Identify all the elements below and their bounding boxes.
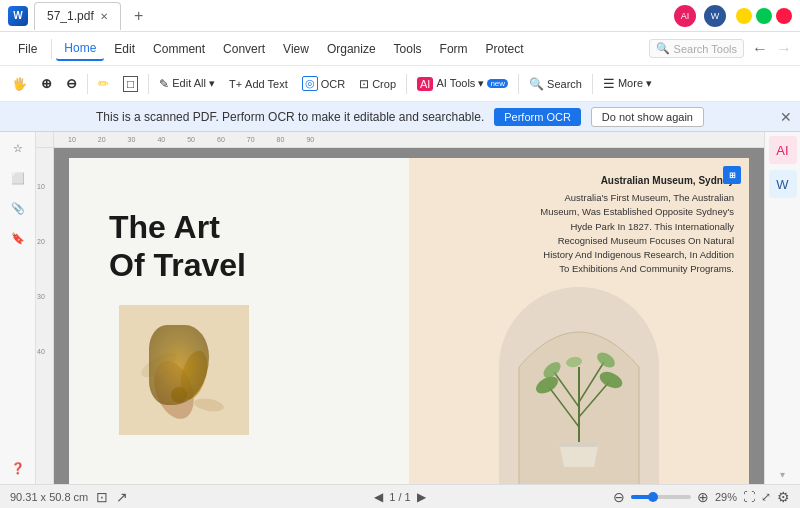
ruler-tick-60: 60 <box>217 136 225 143</box>
menu-file[interactable]: File <box>8 38 47 60</box>
ruler-tick-20: 20 <box>98 136 106 143</box>
ruler-tick-80: 80 <box>277 136 285 143</box>
zoom-percentage: 29% <box>715 491 737 503</box>
ruler-tick-50: 50 <box>187 136 195 143</box>
close-button[interactable] <box>776 8 792 24</box>
ruler-tick-10: 10 <box>68 136 76 143</box>
menu-comment[interactable]: Comment <box>145 38 213 60</box>
app-icon: W <box>8 6 28 26</box>
menu-home[interactable]: Home <box>56 37 104 61</box>
tab-filename: 57_1.pdf <box>47 9 94 23</box>
toolbar-div5 <box>592 74 593 94</box>
content-area: ☆ ⬜ 📎 🔖 ❓ 10 20 30 40 50 60 70 <box>0 132 800 484</box>
sidebar-bookmark-icon[interactable]: 🔖 <box>6 226 30 250</box>
toolbar-div1 <box>87 74 88 94</box>
arch-area <box>419 282 739 485</box>
zoom-in-status-icon[interactable]: ⊕ <box>697 489 709 505</box>
right-word-icon[interactable]: W <box>769 170 797 198</box>
ruler-top-row: 10 20 30 40 50 60 70 80 90 <box>36 132 764 148</box>
more-button[interactable]: ☰ More ▾ <box>597 71 658 97</box>
account-icon[interactable]: AI <box>674 5 696 27</box>
ocr-button[interactable]: ◎ OCR <box>296 71 351 97</box>
crop-label: Crop <box>372 78 396 90</box>
pdf-page: The Art Of Travel <box>69 158 749 484</box>
fit-page-icon[interactable]: ⊡ <box>96 489 108 505</box>
pdf-right-panel: ⊞ Australian Museum, Sydney Australia's … <box>409 158 749 484</box>
sidebar-nav-icon[interactable]: ⬜ <box>6 166 30 190</box>
next-page-icon[interactable]: ▶ <box>417 490 426 504</box>
more-label: More ▾ <box>618 77 652 90</box>
ai-tools-badge: new <box>487 79 508 88</box>
select-shape-button[interactable]: □ <box>117 71 144 97</box>
scroll-down-icon[interactable]: ▾ <box>780 469 785 480</box>
notification-close-icon[interactable]: ✕ <box>780 109 792 125</box>
pdf-left-panel: The Art Of Travel <box>69 158 409 484</box>
ai-tools-button[interactable]: AI AI Tools ▾ new <box>411 71 514 97</box>
edit-all-label: Edit All ▾ <box>172 77 215 90</box>
toolbar-div2 <box>148 74 149 94</box>
search-tools-box[interactable]: 🔍 Search Tools <box>649 39 744 58</box>
zoom-out-status-icon[interactable]: ⊖ <box>613 489 625 505</box>
ruler-tick-40: 40 <box>157 136 165 143</box>
sidebar-help-icon[interactable]: ❓ <box>6 456 30 480</box>
menu-convert[interactable]: Convert <box>215 38 273 60</box>
sidebar-star-icon[interactable]: ☆ <box>6 136 30 160</box>
title-bar-left: W 57_1.pdf ✕ + <box>8 2 674 30</box>
file-tab[interactable]: 57_1.pdf ✕ <box>34 2 121 30</box>
add-text-button[interactable]: T+ Add Text <box>223 71 294 97</box>
ruler-tick-90: 90 <box>306 136 314 143</box>
ruler-tick-70: 70 <box>247 136 255 143</box>
zoom-thumb[interactable] <box>648 492 658 502</box>
minimize-button[interactable] <box>736 8 752 24</box>
ruler-container: 10 20 30 40 50 60 70 80 90 10 <box>36 132 764 484</box>
search-button[interactable]: 🔍 Search <box>523 71 588 97</box>
toolbar-div3 <box>406 74 407 94</box>
toolbar: 🖐 ⊕ ⊖ ✏ □ ✎ Edit All ▾ T+ Add Text ◎ OCR… <box>0 66 800 102</box>
tab-close-button[interactable]: ✕ <box>100 11 108 22</box>
zoom-slider[interactable] <box>631 495 691 499</box>
menu-organize[interactable]: Organize <box>319 38 384 60</box>
notification-message: This is a scanned PDF. Perform OCR to ma… <box>96 110 484 124</box>
select-icon[interactable]: ↗ <box>116 489 128 505</box>
pdf-canvas[interactable]: The Art Of Travel <box>54 148 764 484</box>
settings-icon[interactable]: ⚙ <box>777 489 790 505</box>
menu-form[interactable]: Form <box>432 38 476 60</box>
select-shape-icon: □ <box>123 76 138 92</box>
menu-view[interactable]: View <box>275 38 317 60</box>
ai-icon: AI <box>417 77 433 91</box>
right-ai-icon[interactable]: AI <box>769 136 797 164</box>
dont-show-button[interactable]: Do not show again <box>591 107 704 127</box>
back-nav[interactable]: ← <box>752 40 768 58</box>
crop-button[interactable]: ⊡ Crop <box>353 71 402 97</box>
menu-divider <box>51 39 52 59</box>
word-icon[interactable]: W <box>704 5 726 27</box>
title-bar: W 57_1.pdf ✕ + AI W <box>0 0 800 32</box>
fullscreen-icon[interactable]: ⤢ <box>761 490 771 504</box>
v-tick-40: 40 <box>37 348 45 355</box>
highlight-button[interactable]: ✏ <box>92 71 115 97</box>
ocr-label: OCR <box>321 78 345 90</box>
zoom-in-button[interactable]: ⊕ <box>35 71 58 97</box>
flower-image <box>119 305 249 435</box>
maximize-button[interactable] <box>756 8 772 24</box>
ocr-icon: ◎ <box>302 76 318 91</box>
edit-all-button[interactable]: ✎ Edit All ▾ <box>153 71 221 97</box>
museum-info: Australian Museum, Sydney Australia's Fi… <box>534 173 739 277</box>
notification-bar: This is a scanned PDF. Perform OCR to ma… <box>0 102 800 132</box>
menu-protect[interactable]: Protect <box>478 38 532 60</box>
add-text-label: Add Text <box>245 78 288 90</box>
fit-width-icon[interactable]: ⛶ <box>743 490 755 504</box>
zoom-out-button[interactable]: ⊖ <box>60 71 83 97</box>
add-tab-button[interactable]: + <box>127 4 151 28</box>
sidebar-attach-icon[interactable]: 📎 <box>6 196 30 220</box>
menu-edit[interactable]: Edit <box>106 38 143 60</box>
page-info: 1 / 1 <box>389 491 410 503</box>
right-panel: AI W ▾ <box>764 132 800 484</box>
highlight-icon: ✏ <box>98 76 109 91</box>
perform-ocr-button[interactable]: Perform OCR <box>494 108 581 126</box>
menu-tools[interactable]: Tools <box>386 38 430 60</box>
arch-container <box>499 287 659 485</box>
hand-tool-button[interactable]: 🖐 <box>6 71 33 97</box>
prev-page-icon[interactable]: ◀ <box>374 490 383 504</box>
ruler-corner <box>36 132 54 148</box>
